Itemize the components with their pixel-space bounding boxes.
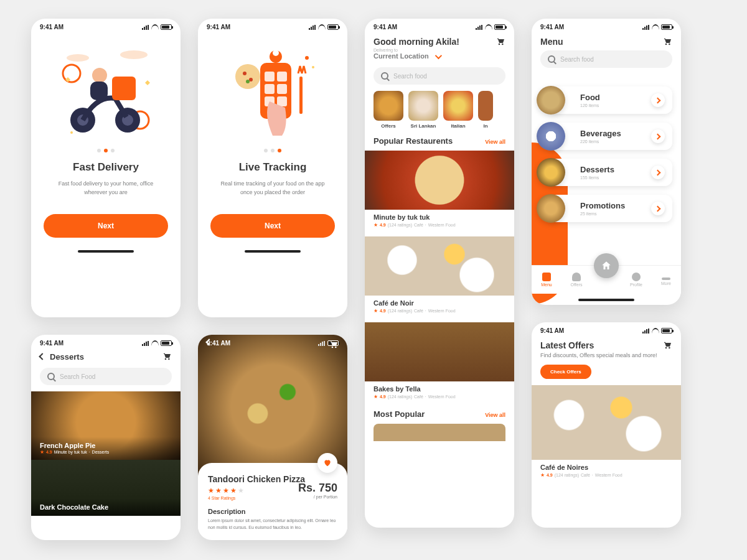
wifi-icon xyxy=(652,24,659,30)
restaurant-card[interactable]: Café de Noires ★4.9(124 ratings)Café·Wes… xyxy=(532,385,681,482)
onboarding-subtitle: Fast food delivery to your home, office … xyxy=(31,180,181,197)
home-indicator[interactable] xyxy=(578,299,634,301)
description-heading: Description xyxy=(208,508,337,515)
menu-item-food[interactable]: Food120 items xyxy=(549,86,672,114)
search-placeholder: Search food xyxy=(393,73,427,80)
current-location: Current Location xyxy=(374,52,429,60)
menu-thumb xyxy=(537,194,565,223)
search-input[interactable]: Search Food xyxy=(40,368,172,385)
wifi-icon xyxy=(151,340,159,346)
category-indian[interactable]: In xyxy=(478,91,493,129)
status-bar: 9:41 AM xyxy=(198,19,347,33)
next-button[interactable]: Next xyxy=(44,214,168,238)
status-time: 9:41 AM xyxy=(374,24,397,30)
tab-menu[interactable]: Menu xyxy=(532,266,561,294)
status-bar: 9:41 AM xyxy=(365,19,514,33)
location-selector[interactable]: Current Location xyxy=(365,52,514,65)
status-bar: 9:41 AM xyxy=(31,335,181,349)
cart-icon[interactable] xyxy=(329,340,339,350)
tab-offers[interactable]: Offers xyxy=(561,266,591,294)
dessert-item[interactable]: Dark Chocolate Cake xyxy=(31,460,181,516)
bag-icon xyxy=(572,273,581,281)
menu-item-beverages[interactable]: Beverages220 items xyxy=(549,123,672,150)
search-input[interactable]: Search food xyxy=(540,50,672,68)
svg-point-15 xyxy=(273,50,279,56)
category-row[interactable]: Offers Sri Lankan Italian In xyxy=(365,91,514,135)
category-sri-lankan[interactable]: Sri Lankan xyxy=(408,91,438,129)
cart-icon[interactable] xyxy=(662,340,672,350)
status-bar: 9:41 AM xyxy=(532,322,681,337)
tab-profile[interactable]: Profile xyxy=(621,266,651,294)
restaurant-card[interactable]: Bakes by Tella ★4.9(124 ratings)Café·Wes… xyxy=(365,322,514,403)
svg-point-11 xyxy=(70,131,73,134)
svg-rect-18 xyxy=(277,72,287,82)
back-button[interactable] xyxy=(205,338,212,345)
onboarding-subtitle: Real time tracking of your food on the a… xyxy=(198,180,347,197)
restaurant-card[interactable]: Café de Noir ★4.9(124 ratings)Café·Weste… xyxy=(365,236,514,317)
dessert-meta: ★ 4.9 Minute by tuk tuk · Desserts xyxy=(40,449,172,455)
back-button[interactable] xyxy=(39,353,45,360)
page-title: Desserts xyxy=(50,352,157,362)
description-text: Lorem ipsum dolor sit amet, consectetur … xyxy=(208,518,337,531)
restaurant-image xyxy=(365,151,514,210)
search-icon xyxy=(47,373,55,380)
page-indicator xyxy=(31,149,181,152)
status-time: 9:41 AM xyxy=(40,24,63,30)
signal-icon xyxy=(642,25,650,30)
home-indicator[interactable] xyxy=(78,250,134,253)
svg-point-25 xyxy=(249,78,253,82)
battery-icon xyxy=(661,328,672,334)
category-italian[interactable]: Italian xyxy=(443,91,473,129)
star-icon: ★ xyxy=(374,308,378,314)
svg-rect-10 xyxy=(90,82,108,100)
signal-icon xyxy=(142,25,149,30)
svg-rect-20 xyxy=(277,84,287,94)
page-title: Menu xyxy=(540,37,563,47)
popular-item-preview[interactable] xyxy=(374,424,505,441)
chevron-right-icon xyxy=(651,166,665,179)
chevron-down-icon xyxy=(435,54,441,58)
signal-icon xyxy=(642,329,650,334)
home-indicator[interactable] xyxy=(245,250,301,253)
cart-icon[interactable] xyxy=(662,37,672,47)
next-button[interactable]: Next xyxy=(210,214,335,238)
restaurant-card[interactable]: Minute by tuk tuk ★4.9(124 ratings)Café·… xyxy=(365,151,514,231)
view-all-link[interactable]: View all xyxy=(485,412,505,418)
status-time: 9:41 AM xyxy=(540,327,564,334)
svg-point-12 xyxy=(305,56,309,60)
menu-item-desserts[interactable]: Desserts155 items xyxy=(549,159,672,186)
svg-point-24 xyxy=(243,72,247,75)
chevron-right-icon xyxy=(651,129,665,143)
dessert-name: French Apple Pie xyxy=(40,442,172,449)
svg-point-13 xyxy=(312,66,314,68)
view-all-link[interactable]: View all xyxy=(485,139,505,145)
onboarding-title: Live Tracking xyxy=(198,161,347,174)
star-icon: ★ xyxy=(374,222,378,228)
search-icon xyxy=(548,55,555,63)
search-input[interactable]: Search food xyxy=(374,67,505,85)
restaurant-name: Minute by tuk tuk xyxy=(365,210,514,222)
cart-icon[interactable] xyxy=(496,37,505,47)
product-detail-screen: 9:41 AM Tandoori Chicken Pizza ★★★★★ 4 S… xyxy=(198,335,347,540)
menu-thumb xyxy=(537,86,565,114)
cart-icon[interactable] xyxy=(162,352,172,362)
delivering-to-label: Delivering to xyxy=(365,48,514,52)
desserts-screen: 9:41 AM Desserts Search Food French Appl… xyxy=(31,335,181,540)
greeting-text: Good morning Akila! xyxy=(374,37,459,47)
section-title: Most Popular xyxy=(374,409,425,419)
wifi-icon xyxy=(485,24,492,30)
category-offers[interactable]: Offers xyxy=(374,91,403,129)
menu-item-promotions[interactable]: Promotions25 items xyxy=(549,195,672,222)
restaurant-meta: ★4.9(124 ratings)Café·Western Food xyxy=(365,394,514,403)
tab-more[interactable]: More xyxy=(651,266,681,294)
favorite-button[interactable] xyxy=(317,453,337,473)
restaurant-meta: ★4.9(124 ratings)Café·Western Food xyxy=(365,222,514,231)
check-offers-button[interactable]: Check Offers xyxy=(540,365,591,379)
dessert-item[interactable]: French Apple Pie ★ 4.9 Minute by tuk tuk… xyxy=(31,391,181,460)
status-time: 9:41 AM xyxy=(207,24,230,30)
wifi-icon xyxy=(151,24,159,30)
svg-point-0 xyxy=(67,54,89,62)
battery-icon xyxy=(494,24,505,30)
home-fab[interactable] xyxy=(594,253,619,278)
wifi-icon xyxy=(652,328,659,334)
